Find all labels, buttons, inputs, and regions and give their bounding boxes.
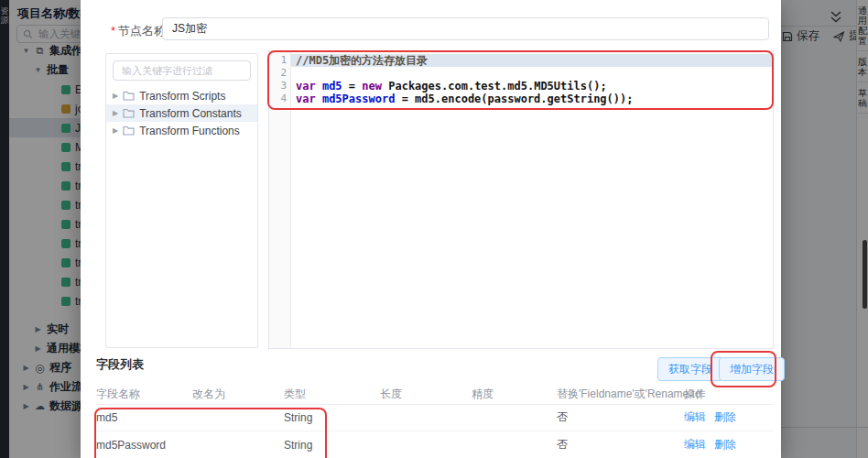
- table-row: md5Password String 否 编辑 删除: [96, 431, 774, 458]
- cell-replace: 否: [557, 409, 684, 425]
- code-lines[interactable]: //MD5加密的方法存放目录 var md5 = new Packages.co…: [291, 51, 773, 348]
- edit-link[interactable]: 编辑: [684, 437, 706, 453]
- node-config-modal: *节点名称 ▶ Transform Scripts: [81, 0, 781, 458]
- function-tree-label: Transform Constants: [139, 107, 242, 120]
- node-name-label: *节点名称: [111, 23, 166, 39]
- edit-link[interactable]: 编辑: [684, 409, 706, 425]
- function-tree-item[interactable]: ▶ Transform Scripts: [106, 87, 257, 104]
- column-header: 字段名称: [96, 387, 192, 402]
- screen: 资源 项目名称/数据层 集成作业 批量: [0, 0, 868, 458]
- cell-replace: 否: [557, 437, 684, 453]
- column-header: 操作: [684, 387, 774, 402]
- node-name-input[interactable]: [162, 17, 769, 40]
- get-fields-button[interactable]: 获取字段: [657, 357, 723, 381]
- caret-right-icon: ▶: [113, 109, 118, 117]
- caret-right-icon: ▶: [113, 126, 118, 135]
- caret-right-icon: ▶: [113, 92, 118, 100]
- column-header: 精度: [472, 387, 557, 402]
- code-gutter: 1234: [269, 51, 291, 348]
- cell-type: String: [284, 439, 380, 452]
- field-table-header: 字段名称 改名为 类型 长度 精度 替换'Fieldname'或'Rename …: [96, 385, 774, 405]
- cell-field-name: md5: [96, 411, 192, 424]
- folder-icon: [123, 91, 135, 101]
- field-list-title: 字段列表: [96, 356, 144, 373]
- function-tree-label: Transform Scripts: [139, 90, 225, 103]
- column-header: 改名为: [192, 387, 284, 402]
- delete-link[interactable]: 删除: [714, 437, 736, 453]
- column-header: 类型: [284, 387, 380, 402]
- column-header: 替换'Fieldname'或'Rename to': [557, 387, 684, 402]
- delete-link[interactable]: 删除: [714, 409, 736, 425]
- cell-type: String: [284, 411, 380, 424]
- function-tree-item[interactable]: ▶ Transform Constants: [106, 104, 257, 122]
- function-tree: ▶ Transform Scripts ▶ Transform Constant…: [106, 87, 257, 139]
- folder-icon: [123, 125, 135, 136]
- function-filter-input[interactable]: [120, 64, 244, 77]
- function-filter-box[interactable]: [113, 60, 251, 81]
- field-table-body: md5 String 否 编辑 删除 md5Password String: [96, 404, 774, 458]
- function-tree-item[interactable]: ▶ Transform Functions: [106, 122, 257, 139]
- function-tree-label: Transform Functions: [139, 125, 240, 137]
- required-asterisk: *: [111, 24, 115, 38]
- add-field-button[interactable]: 增加字段: [719, 357, 785, 381]
- code-editor[interactable]: 1234 //MD5加密的方法存放目录 var md5 = new Packag…: [268, 50, 774, 349]
- function-tree-panel: ▶ Transform Scripts ▶ Transform Constant…: [105, 53, 258, 348]
- folder-icon: [123, 108, 135, 118]
- column-header: 长度: [380, 387, 472, 402]
- table-row: md5 String 否 编辑 删除: [96, 404, 774, 431]
- cell-field-name: md5Password: [96, 439, 192, 452]
